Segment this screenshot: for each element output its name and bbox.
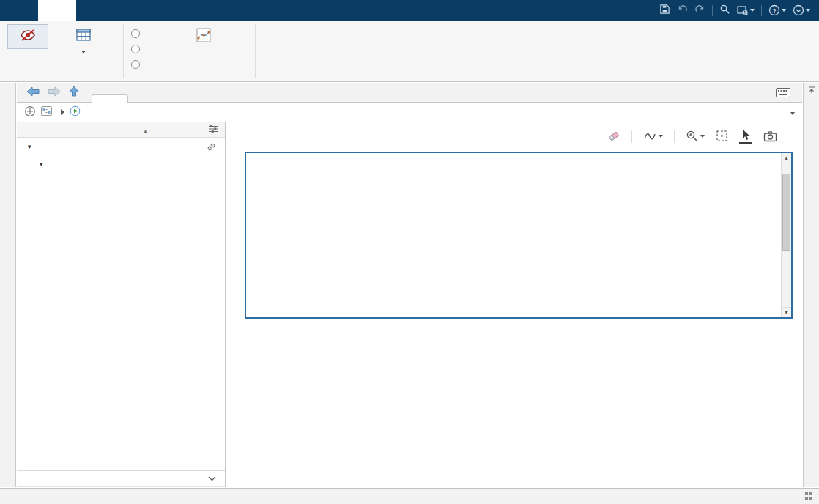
hide-table-button[interactable] xyxy=(7,24,48,49)
interpolation-icon xyxy=(195,27,212,45)
file-link-icon[interactable] xyxy=(207,142,216,152)
back-button[interactable] xyxy=(26,86,40,100)
hide-table-eye-icon xyxy=(19,27,37,45)
union-time-radio-icon[interactable] xyxy=(131,60,140,69)
table-scrollbar[interactable]: ▲ ▼ xyxy=(781,153,791,317)
svg-text:?: ? xyxy=(772,7,777,15)
up-button[interactable] xyxy=(68,85,80,100)
chevron-down-icon xyxy=(208,476,216,481)
scroll-thumb[interactable] xyxy=(782,174,790,251)
model-browser-strip[interactable] xyxy=(0,83,16,487)
save-icon[interactable] xyxy=(659,4,670,17)
view-position-group xyxy=(0,21,123,81)
signal-style-button[interactable] xyxy=(643,130,663,142)
undock-icon[interactable] xyxy=(807,86,816,97)
status-grid-icon[interactable] xyxy=(804,492,813,503)
breadcrumb-item-playback[interactable] xyxy=(70,105,84,119)
forward-button[interactable] xyxy=(47,86,62,100)
breadcrumb-item-model[interactable] xyxy=(41,106,56,118)
format-ribbon xyxy=(0,21,819,82)
use-signal-interpolation-button[interactable] xyxy=(160,24,248,59)
group-label-time-values xyxy=(124,78,152,81)
tab-format[interactable] xyxy=(38,0,76,21)
snapshot-button[interactable] xyxy=(763,130,777,142)
document-tab-playback3[interactable] xyxy=(92,94,128,103)
pointer-tool-button[interactable] xyxy=(739,128,752,144)
search-icon[interactable] xyxy=(719,4,730,17)
table-placement-label xyxy=(57,46,110,56)
interpolation-group xyxy=(152,21,255,81)
redo-icon[interactable] xyxy=(694,4,705,17)
expand-collapse-icon[interactable]: ▾ xyxy=(40,160,43,168)
breadcrumb-separator-icon xyxy=(61,109,64,115)
time-values-group xyxy=(124,21,152,81)
signal-panel: ▲ ▾ ▾ xyxy=(17,122,226,487)
individual-time-radio-icon[interactable] xyxy=(131,45,140,53)
plot-toolbar xyxy=(226,122,802,149)
fit-to-view-button[interactable] xyxy=(716,130,728,142)
radio-union-time[interactable] xyxy=(131,56,144,72)
plot-panel: ▲ ▼ xyxy=(226,122,802,487)
signal-table-header: ▲ xyxy=(17,122,225,138)
playback-tool-window: ? xyxy=(0,0,819,504)
zoom-button[interactable] xyxy=(686,130,705,142)
properties-header[interactable] xyxy=(17,470,225,487)
main-content: ▲ ▾ ▾ xyxy=(17,122,802,487)
table-empty-area xyxy=(246,153,781,317)
model-icon xyxy=(41,106,52,118)
undo-icon[interactable] xyxy=(677,4,688,17)
eraser-button[interactable] xyxy=(607,130,620,143)
column-header-port[interactable]: ▲ xyxy=(141,126,177,134)
expand-collapse-icon[interactable]: ▾ xyxy=(28,143,32,150)
help-icon[interactable]: ? xyxy=(768,4,786,16)
breadcrumb xyxy=(17,103,802,122)
group-label-interpolation xyxy=(152,78,255,81)
radio-shared-time[interactable] xyxy=(131,26,144,41)
property-inspector-strip[interactable] xyxy=(803,83,819,487)
locate-icon[interactable] xyxy=(24,105,36,119)
playback-block-icon xyxy=(70,105,81,119)
group-label-view-position xyxy=(0,78,123,81)
scroll-up-button[interactable]: ▲ xyxy=(782,153,791,163)
resources-icon[interactable] xyxy=(793,4,810,16)
radio-individual-time[interactable] xyxy=(131,41,144,56)
scroll-down-button[interactable]: ▼ xyxy=(782,307,791,317)
quick-access-toolbar: ? xyxy=(659,0,819,21)
sort-ascending-icon: ▲ xyxy=(143,128,148,133)
breadcrumb-dropdown-caret[interactable] xyxy=(790,107,795,117)
toolstrip-tab-bar: ? xyxy=(0,0,819,21)
interpolation-label xyxy=(166,46,242,56)
screenshot-icon[interactable] xyxy=(737,5,755,15)
status-bar xyxy=(0,488,819,504)
shared-time-radio-icon[interactable] xyxy=(131,29,140,38)
keyboard-shortcuts-icon[interactable] xyxy=(776,88,790,97)
table-placement-button[interactable] xyxy=(51,24,116,59)
signal-data-table[interactable]: ▲ ▼ xyxy=(245,152,793,319)
table-placement-icon xyxy=(75,27,92,45)
navigation-bar xyxy=(17,83,802,103)
tree-row-file[interactable]: ▾ xyxy=(17,138,225,155)
column-settings-icon[interactable] xyxy=(208,124,226,136)
tab-simulation[interactable] xyxy=(0,0,38,21)
properties-section xyxy=(17,470,225,487)
tree-row-run[interactable]: ▾ xyxy=(17,155,225,173)
